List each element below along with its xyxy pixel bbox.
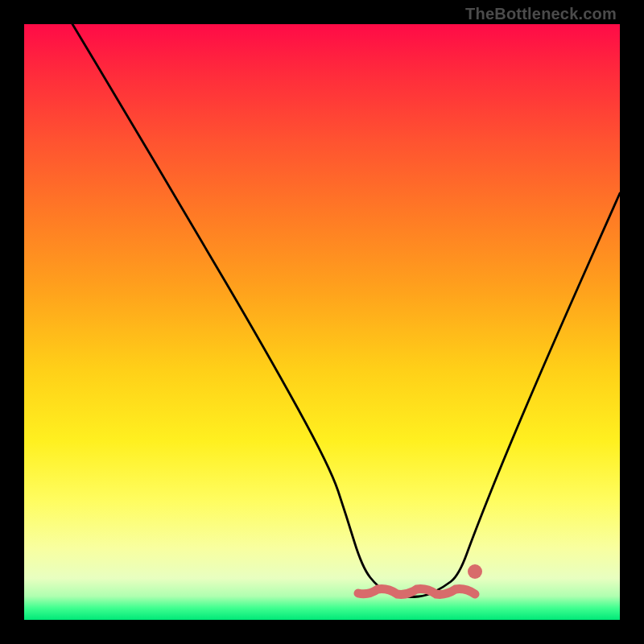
chart-frame <box>24 24 620 620</box>
highlight-dot <box>468 564 482 579</box>
watermark-text: TheBottleneck.com <box>465 5 617 23</box>
chart-svg <box>24 24 620 620</box>
flat-segment <box>358 589 475 595</box>
bottleneck-curve-path <box>72 24 620 597</box>
